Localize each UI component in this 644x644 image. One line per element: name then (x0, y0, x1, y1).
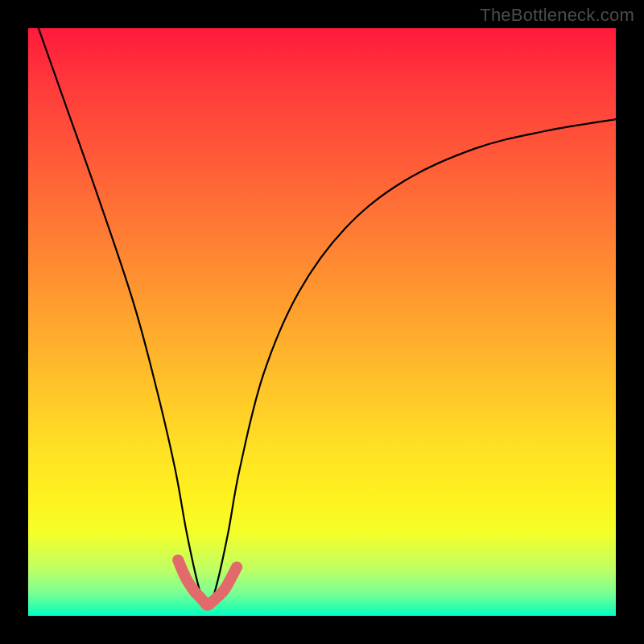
watermark-text: TheBottleneck.com (480, 5, 634, 26)
plot-area (28, 28, 616, 616)
curve-svg (28, 28, 616, 616)
bottom-highlight (178, 560, 237, 605)
bottleneck-curve (28, 0, 616, 607)
chart-frame: TheBottleneck.com (0, 0, 644, 644)
